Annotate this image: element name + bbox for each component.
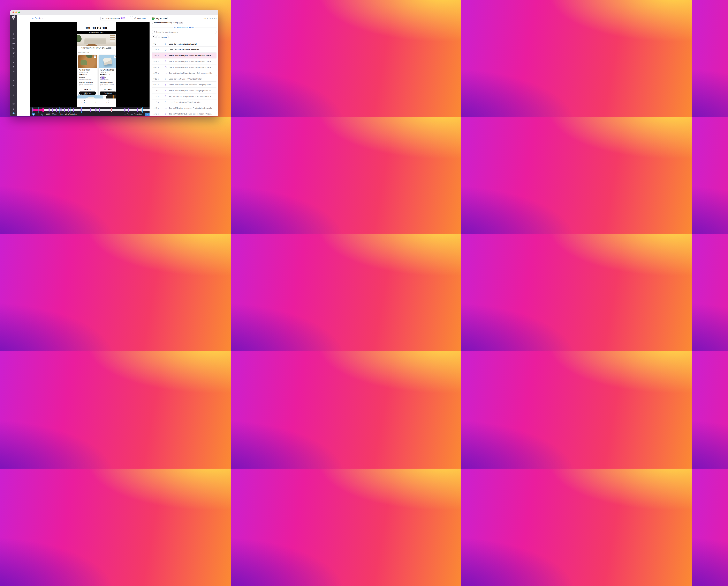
session-breakdown-button[interactable]: Session Breakdown <box>127 113 143 115</box>
timeline-marker-screen-load[interactable] <box>38 107 38 113</box>
save-dropdown-caret[interactable]: ▼ <box>127 18 131 19</box>
tab-cart[interactable]: Cart <box>92 99 101 103</box>
close-window-button[interactable] <box>12 11 14 13</box>
sidebar-item-user-icon[interactable] <box>12 112 15 115</box>
event-time: 8.20 s <box>152 72 164 74</box>
event-row[interactable]: 1.86 sLoad Screen HomeViewController <box>152 47 216 52</box>
sidebar-item-binoculars-icon[interactable] <box>12 38 15 40</box>
datadog-logo[interactable] <box>11 16 16 21</box>
breakdown-list-icon <box>124 113 126 115</box>
sidebar-item-notebook-icon[interactable] <box>12 79 15 82</box>
timeline-marker-action[interactable] <box>125 108 126 112</box>
minimize-window-button[interactable] <box>16 11 17 13</box>
timeline-marker-action[interactable] <box>52 108 53 112</box>
event-row[interactable]: 16.5 sTap on UITabBarButton on screen Pr… <box>152 111 216 116</box>
timeline-marker-action[interactable] <box>90 108 91 112</box>
save-to-notebook-button[interactable]: Save to Notebook NEW ▼ <box>101 16 131 20</box>
sidebar-item-chain-link-icon[interactable] <box>12 75 15 77</box>
timeline-marker-screen-load[interactable] <box>142 107 142 113</box>
tab-dashboard[interactable]: Dashboard <box>80 99 89 103</box>
sidebar-item-gauge-icon[interactable] <box>12 61 15 63</box>
play-button[interactable]: ▶ <box>32 113 35 116</box>
home-icon <box>83 99 86 101</box>
sidebar-item-help-icon[interactable]: ? <box>12 107 15 110</box>
hero-image <box>77 34 116 46</box>
timeline-marker-screen-load[interactable] <box>98 107 98 113</box>
event-row[interactable]: 0 sLoad Screen ApplicationLaunch <box>152 41 216 47</box>
minimap-toggle-button[interactable] <box>152 35 156 39</box>
event-time: 11.1 s <box>152 90 164 92</box>
event-row[interactable]: 9.67 sScroll on Swipe down on screen Cat… <box>152 82 216 87</box>
sidebar-item-trace-spiral-icon[interactable] <box>12 56 15 58</box>
timeline-marker-action[interactable] <box>81 108 82 112</box>
show-session-details-link[interactable]: Show session details <box>152 26 216 29</box>
event-row[interactable]: 3.39 sScroll on Swipe up on screen HomeV… <box>152 53 216 58</box>
timeline-marker-action[interactable] <box>73 108 74 112</box>
timeline-playhead[interactable] <box>43 108 44 112</box>
sidebar-item-search-icon[interactable] <box>12 33 15 35</box>
timeline-marker-screen-load[interactable] <box>144 107 145 113</box>
save-label: Save to Notebook <box>105 17 120 19</box>
sidebar-item-log-search-icon[interactable] <box>12 84 15 87</box>
events-filter-button[interactable]: Events <box>157 35 168 39</box>
session-suffix: replay lasting <box>167 22 178 24</box>
timeline-marker-action[interactable] <box>56 108 57 112</box>
event-row[interactable]: 12.9 sLoad Screen ProductViewController <box>152 99 216 105</box>
tap-gesture-icon <box>164 72 167 74</box>
add-to-cart-button[interactable]: Add to cart <box>100 92 116 95</box>
timeline-marker-screen-load[interactable] <box>59 107 60 113</box>
session-user-name[interactable]: Taylor Dash <box>156 17 168 20</box>
event-row[interactable]: 8.20 sTap on Shopist.SingleCategoryCell … <box>152 70 216 76</box>
timeline-marker-error[interactable] <box>140 108 141 112</box>
player-timeline[interactable] <box>32 108 160 112</box>
timeline-marker-error[interactable] <box>111 108 112 112</box>
load-screen-icon <box>164 49 167 51</box>
event-row[interactable]: 14.1 sTap on UIButton on screen ProductV… <box>152 105 216 111</box>
session-details-panel: Taylor Dash Jul 18, 10:41 am Mobile Sess… <box>150 15 218 116</box>
timeline-marker-action[interactable] <box>64 108 65 112</box>
favorite-heart-icon[interactable]: ♥ <box>114 55 116 58</box>
timeline-marker-action[interactable] <box>99 108 100 112</box>
favorite-heart-icon[interactable]: ♡ <box>94 55 96 58</box>
event-row[interactable]: 11.1 sScroll on Swipe up on screen Categ… <box>152 88 216 93</box>
timeline-marker-screen-load[interactable] <box>71 107 71 113</box>
product-name: Wicker Chair <box>79 69 96 71</box>
back-to-sessions-link[interactable]: ← Sessions <box>32 17 43 19</box>
timeline-marker-action[interactable] <box>60 108 61 112</box>
timeline-marker-action[interactable] <box>128 108 129 112</box>
materials-value: Cotton, Linen, Marble, Brass <box>79 83 96 87</box>
product-card[interactable]: ♡ Wicker Chair Product ID: #1 ☆☆☆☆☆★★★★★… <box>78 55 97 96</box>
sidebar-item-log-list-icon[interactable] <box>12 42 15 45</box>
review-count: (17) <box>108 73 110 74</box>
timeline-marker-action[interactable] <box>32 108 33 112</box>
sidebar-item-chat-icon[interactable] <box>12 103 15 105</box>
skip-forward-10-button[interactable]: ↻10 <box>41 113 44 116</box>
product-price: $210.00 <box>100 88 116 90</box>
sidebar-item-eye-icon[interactable] <box>12 94 15 96</box>
timeline-marker-action[interactable] <box>68 108 69 112</box>
timeline-marker-action[interactable] <box>137 108 138 112</box>
new-arrivals-label: NEW ARRIVALS <box>78 52 89 53</box>
sidebar-item-hexagons-icon[interactable] <box>12 52 15 54</box>
event-row[interactable]: 9.13 sLoad Screen CategoryViewController <box>152 76 216 81</box>
timeline-marker-action[interactable] <box>49 108 50 112</box>
sidebar-item-puzzle-icon[interactable] <box>12 66 15 68</box>
event-row[interactable]: 5.49 sScroll on Swipe up on screen HomeV… <box>152 59 216 64</box>
event-row[interactable]: 12.3 sTap on Shopist.SingleProductCell o… <box>152 94 216 99</box>
skip-back-10-button[interactable]: ↺10 <box>37 113 39 116</box>
sidebar-item-area-chart-icon[interactable] <box>12 47 15 49</box>
event-time: 6.70 s <box>152 66 164 68</box>
hero-tagline: Your Guestroom Furniture on a Budget <box>77 47 116 49</box>
zoom-window-button[interactable] <box>18 11 20 13</box>
product-card[interactable]: ♥ Tall Wooden Stool Product ID: #7 ☆☆☆☆☆… <box>99 55 116 96</box>
tap-gesture-icon <box>164 60 167 63</box>
tab-profile[interactable]: Profile <box>104 99 112 103</box>
sidebar-item-shield-icon[interactable] <box>12 89 15 91</box>
user-avatar[interactable] <box>152 17 155 20</box>
dev-tools-button[interactable]: </> Dev Tools <box>132 16 147 20</box>
event-search-input[interactable] <box>156 31 215 33</box>
timeline-marker-action[interactable] <box>96 108 97 112</box>
tap-gesture-icon <box>164 95 167 98</box>
event-row[interactable]: 6.70 sScroll on Swipe up on screen HomeV… <box>152 65 216 70</box>
sidebar-item-filter-lines-icon[interactable] <box>12 70 15 73</box>
